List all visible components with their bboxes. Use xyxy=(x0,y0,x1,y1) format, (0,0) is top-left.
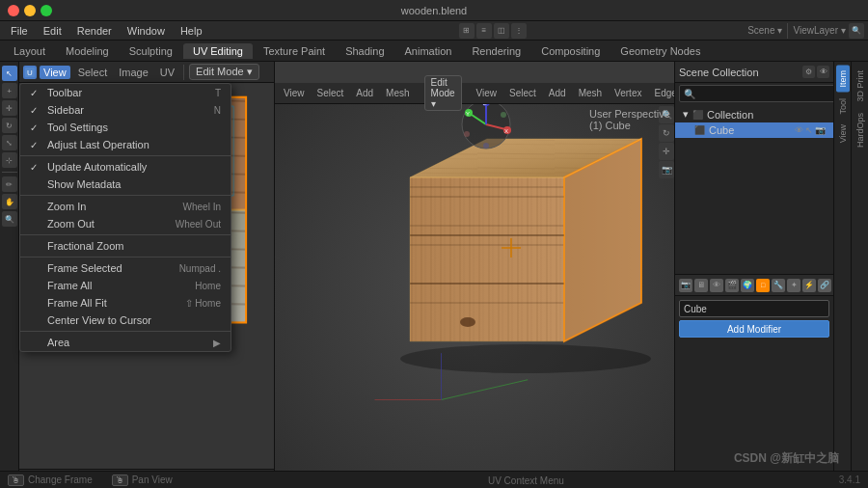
n-tab-item[interactable]: Item xyxy=(836,66,850,93)
menu-sidebar[interactable]: Sidebar N xyxy=(20,101,231,119)
vp3d-mesh-menu[interactable]: Mesh xyxy=(381,87,414,99)
window-controls[interactable] xyxy=(8,5,52,16)
tool-move[interactable]: ✛ xyxy=(2,100,17,116)
vp3d-vertex-btn[interactable]: Vertex xyxy=(610,87,646,99)
menu-update-auto[interactable]: Update Automatically xyxy=(20,158,231,176)
vp-zoom-icon[interactable]: 🔍 xyxy=(659,106,674,123)
object-name-value[interactable]: Cube xyxy=(679,300,829,317)
prop-modifier-icon[interactable]: 🔧 xyxy=(772,279,785,292)
tool-annotate[interactable]: ✏ xyxy=(2,176,17,192)
uv-menu-image[interactable]: Image xyxy=(115,66,152,79)
menu-center-view[interactable]: Center View to Cursor xyxy=(20,312,231,329)
prop-output-icon[interactable]: 🖥 xyxy=(694,279,708,292)
menu-fractional-zoom[interactable]: Fractional Zoom xyxy=(20,237,231,255)
menu-frame-all[interactable]: Frame All Home xyxy=(20,277,231,294)
menu-zoom-out[interactable]: Zoom Out Wheel Out xyxy=(20,215,231,232)
cube-visibility[interactable]: 👁 xyxy=(795,125,803,135)
menu-show-metadata[interactable]: Show Metadata xyxy=(20,176,231,193)
frame-selected-label: Frame Selected xyxy=(47,262,122,274)
prop-view-icon[interactable]: 👁 xyxy=(710,279,723,292)
menu-file[interactable]: File xyxy=(4,24,35,38)
outliner-eye-icon[interactable]: 👁 xyxy=(817,66,829,78)
tab-animation[interactable]: Animation xyxy=(395,43,462,59)
maximize-button[interactable] xyxy=(41,5,52,16)
vp3d-add-menu[interactable]: Add xyxy=(351,87,378,99)
vp3d-mesh-btn[interactable]: Mesh xyxy=(574,87,607,99)
search-icon[interactable]: 🔍 xyxy=(849,23,864,39)
menu-tool-settings[interactable]: Tool Settings xyxy=(20,119,231,136)
menu-adjust-last[interactable]: Adjust Last Operation xyxy=(20,136,231,153)
tool-cursor[interactable]: + xyxy=(2,83,17,98)
tab-sculpting[interactable]: Sculpting xyxy=(120,43,182,59)
tool-scale[interactable]: ⤡ xyxy=(2,135,17,150)
add-modifier-button[interactable]: Add Modifier xyxy=(679,320,829,338)
svg-point-23 xyxy=(460,317,475,327)
toolbar-icon-2[interactable]: ≡ xyxy=(476,23,492,39)
outliner-cube[interactable]: ⬛ Cube 👁 ↖ 📷 xyxy=(675,122,833,138)
cube-select-icon[interactable]: ↖ xyxy=(805,125,813,135)
vp3d-select-btn[interactable]: Select xyxy=(504,87,541,99)
frame-all-shortcut: Home xyxy=(195,281,221,291)
menu-render[interactable]: Render xyxy=(70,24,119,38)
tool-select[interactable]: ↖ xyxy=(2,66,17,81)
toolbar-icon-1[interactable]: ⊞ xyxy=(459,23,475,39)
outliner-search[interactable] xyxy=(679,85,837,102)
vp3d-mode-selector[interactable]: Edit Mode ▾ xyxy=(424,75,462,111)
prop-particles-icon[interactable]: ✦ xyxy=(787,279,800,292)
prop-object-icon[interactable]: □ xyxy=(756,279,770,292)
menu-window[interactable]: Window xyxy=(121,24,172,38)
toolbar-icon-3[interactable]: ◫ xyxy=(494,23,509,39)
n-tab-view[interactable]: View xyxy=(836,120,850,148)
toolbar-icon-4[interactable]: ⋮ xyxy=(511,23,527,39)
tab-shading[interactable]: Shading xyxy=(336,43,393,59)
tab-texture-paint[interactable]: Texture Paint xyxy=(254,43,335,59)
viewport-3d[interactable]: View Select Add Mesh Edit Mode ▾ View Se… xyxy=(275,62,674,488)
vp3d-edge-btn[interactable]: Edge xyxy=(649,87,674,99)
outliner-filter-icon[interactable]: ⚙ xyxy=(802,66,815,78)
tab-layout[interactable]: Layout xyxy=(4,43,55,59)
vp3d-select-menu[interactable]: Select xyxy=(312,87,349,99)
vp3d-add-btn[interactable]: Add xyxy=(544,87,571,99)
edit-mode-selector[interactable]: Edit Mode ▾ xyxy=(189,64,259,80)
tab-uv-editing[interactable]: UV Editing xyxy=(183,43,253,59)
vp-camera-icon[interactable]: 📷 xyxy=(659,161,674,178)
n-tab-tool[interactable]: Tool xyxy=(836,94,850,120)
tab-geometry-nodes[interactable]: Geometry Nodes xyxy=(610,43,710,59)
menu-area[interactable]: Area ▶ xyxy=(20,334,231,351)
vp3d-view-menu[interactable]: View xyxy=(279,87,310,99)
prop-constraints-icon[interactable]: 🔗 xyxy=(818,279,831,292)
nav-gizmo[interactable]: X Y Z xyxy=(457,95,515,153)
tool-zoom-uv[interactable]: 🔍 xyxy=(2,211,17,227)
outliner-collection[interactable]: ▾ ⬛ Collection xyxy=(675,106,833,122)
menu-edit[interactable]: Edit xyxy=(37,24,68,38)
vp-move-icon[interactable]: ✛ xyxy=(659,143,674,160)
menu-frame-selected[interactable]: Frame Selected Numpad . xyxy=(20,259,231,277)
side-tab-hardops[interactable]: 3D Print xyxy=(854,66,867,107)
prop-world-icon[interactable]: 🌍 xyxy=(741,279,754,292)
frame-selected-shortcut: Numpad . xyxy=(179,263,221,274)
side-tab-3dprint[interactable]: HardOps xyxy=(854,108,867,152)
prop-render-icon[interactable]: 📷 xyxy=(679,279,692,292)
cube-render-icon[interactable]: 📷 xyxy=(815,125,826,135)
uv-menu-view[interactable]: View xyxy=(40,66,70,79)
svg-point-44 xyxy=(501,112,506,118)
vp3d-viewport-toggle[interactable]: View xyxy=(472,87,502,99)
close-button[interactable] xyxy=(8,5,19,16)
tab-compositing[interactable]: Compositing xyxy=(531,43,610,59)
tool-rotate[interactable]: ↻ xyxy=(2,118,17,133)
tab-rendering[interactable]: Rendering xyxy=(462,43,530,59)
prop-physics-icon[interactable]: ⚡ xyxy=(802,279,816,292)
menu-frame-all-fit[interactable]: Frame All Fit ⇧ Home xyxy=(20,294,231,312)
tab-modeling[interactable]: Modeling xyxy=(56,43,119,59)
uv-menu-select[interactable]: Select xyxy=(74,66,112,79)
uv-menu-uv[interactable]: UV xyxy=(156,66,178,79)
minimize-button[interactable] xyxy=(24,5,36,16)
prop-scene-icon[interactable]: 🎬 xyxy=(725,279,739,292)
menu-help[interactable]: Help xyxy=(174,24,209,38)
status-bar: 🖱 Change Frame 🖱 Pan View UV Context Men… xyxy=(0,471,868,488)
menu-toolbar[interactable]: Toolbar T xyxy=(20,84,231,101)
tool-transform[interactable]: ⊹ xyxy=(2,152,17,168)
menu-zoom-in[interactable]: Zoom In Wheel In xyxy=(20,198,231,215)
vp-rotate-icon[interactable]: ↻ xyxy=(659,124,674,142)
tool-grab[interactable]: ✋ xyxy=(2,194,17,209)
